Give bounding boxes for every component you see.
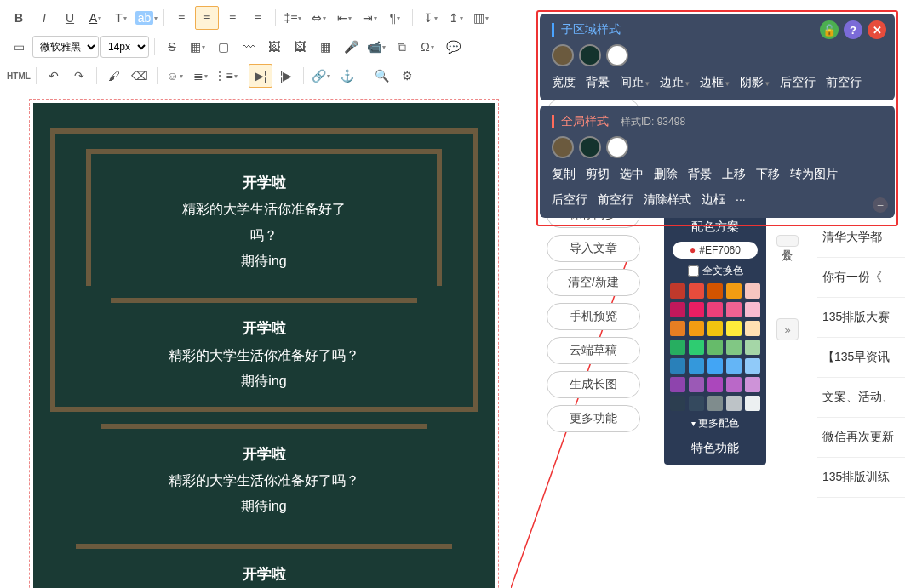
side-button-4[interactable]: 导入文章 (547, 235, 640, 262)
article-list-item[interactable]: 你有一份《 (817, 258, 905, 298)
block-line[interactable]: 吗？ (112, 223, 416, 248)
side-button-9[interactable]: 更多功能 (547, 405, 640, 432)
color-swatch[interactable] (726, 340, 742, 355)
color-swatch[interactable] (726, 321, 742, 336)
color-swatch[interactable] (726, 358, 742, 374)
color-swatch[interactable] (707, 302, 723, 317)
table-button[interactable]: ▦ (186, 35, 209, 59)
block-title[interactable]: 开学啦 (50, 561, 478, 588)
color-swatch[interactable] (745, 283, 760, 299)
block-line[interactable]: 期待ing (112, 248, 416, 274)
ordered-list-button[interactable]: ≣ (188, 64, 212, 88)
multi-image-button[interactable]: 🖾 (288, 35, 312, 59)
popover-action[interactable]: 转为图片 (790, 167, 838, 182)
align-center-button[interactable]: ≡ (195, 6, 219, 30)
color-swatch[interactable] (707, 321, 723, 336)
block-line[interactable]: 期待ing (86, 368, 442, 394)
divider-button[interactable]: 〰 (237, 35, 261, 59)
block-line[interactable]: 精彩的大学生活你准备好了吗？ (50, 468, 478, 494)
content-frame-1[interactable]: 开学啦 精彩的大学生活你准备好了 吗？ 期待ing 开学啦 精彩的大学生活你准备… (50, 128, 478, 412)
align-justify-button[interactable]: ≡ (246, 6, 270, 30)
color-swatch[interactable] (689, 358, 704, 374)
close-icon[interactable]: ✕ (868, 20, 886, 39)
font-size-select[interactable]: 14px (100, 36, 149, 58)
color-swatch[interactable] (707, 358, 723, 374)
color-circle[interactable] (606, 44, 628, 66)
color-swatch[interactable] (726, 283, 742, 299)
image-button[interactable]: 🖼 (262, 35, 286, 59)
popover-action[interactable]: 清除样式 (644, 192, 691, 208)
color-swatch[interactable] (689, 396, 704, 411)
canvas[interactable]: 开学啦 精彩的大学生活你准备好了 吗？ 期待ing 开学啦 精彩的大学生活你准备… (33, 103, 495, 588)
color-swatch[interactable] (689, 340, 704, 355)
color-swatch[interactable] (707, 396, 723, 411)
block-title[interactable]: 开学啦 (50, 441, 478, 468)
color-swatch[interactable] (745, 302, 760, 317)
link-button[interactable]: 🔗 (309, 64, 333, 88)
html-source-button[interactable]: HTML (7, 64, 31, 88)
fulltext-checkbox-input[interactable] (688, 265, 699, 277)
color-swatch[interactable] (689, 283, 704, 299)
gallery-button[interactable]: ▦ (313, 35, 337, 59)
comment-button[interactable]: 💬 (441, 35, 465, 59)
bold-button[interactable]: B (7, 6, 31, 30)
popover-action[interactable]: 前空行 (598, 192, 633, 208)
help-icon[interactable]: ? (844, 20, 862, 39)
block-line[interactable]: 期待ing (50, 494, 478, 519)
article-list-item[interactable]: 135排版大赛 (817, 298, 905, 338)
underline-button[interactable]: U (58, 6, 82, 30)
color-swatch[interactable] (670, 396, 685, 411)
popover-action[interactable]: 边框 (700, 75, 730, 90)
code-button[interactable]: ⧉ (390, 35, 414, 59)
color-swatch[interactable] (670, 321, 685, 336)
paragraph-indent-button[interactable]: ¶ (383, 6, 407, 30)
play-marker-button[interactable]: ▶¦ (249, 64, 272, 88)
popover-action[interactable]: 剪切 (586, 167, 610, 182)
color-hex-input[interactable]: ● #EF7060 (673, 242, 758, 259)
color-circle[interactable] (579, 44, 601, 66)
italic-button[interactable]: I (32, 6, 56, 30)
popover-action[interactable]: 删除 (654, 167, 678, 182)
color-swatch[interactable] (745, 321, 760, 336)
fulltext-recolor-checkbox[interactable]: 全文换色 (669, 264, 761, 278)
popover-action[interactable]: 宽度 (552, 75, 576, 90)
color-swatch[interactable] (726, 377, 742, 392)
color-swatch[interactable] (745, 358, 760, 374)
color-swatch[interactable] (745, 396, 760, 411)
settings-button[interactable]: ⚙ (395, 64, 419, 88)
color-swatch[interactable] (707, 283, 723, 299)
block-line[interactable]: 精彩的大学生活你准备好了 (112, 197, 416, 222)
unordered-list-button[interactable]: ⋮≡ (214, 64, 238, 88)
columns-button[interactable]: ▥ (469, 6, 493, 30)
block-line[interactable]: 精彩的大学生活你准备好了吗？ (86, 343, 442, 368)
align-right-button[interactable]: ≡ (221, 6, 244, 30)
strikethrough-button[interactable]: S (160, 35, 184, 59)
popover-action[interactable]: 选中 (620, 167, 644, 182)
new-doc-button[interactable]: ▭ (7, 35, 31, 59)
popover-action[interactable]: 背景 (688, 167, 712, 182)
canvas-selection[interactable]: 开学啦 精彩的大学生活你准备好了 吗？ 期待ing 开学啦 精彩的大学生活你准备… (29, 99, 499, 588)
color-swatch[interactable] (707, 377, 723, 392)
undo-button[interactable]: ↶ (42, 64, 66, 88)
highlight-button[interactable]: ab (135, 6, 158, 30)
color-swatch[interactable] (689, 302, 704, 317)
color-swatch[interactable] (707, 340, 723, 355)
video-button[interactable]: 📹 (364, 35, 388, 59)
color-circle[interactable] (579, 136, 601, 158)
color-swatch[interactable] (745, 377, 760, 392)
content-frame-2[interactable]: 开学啦 精彩的大学生活你准备好了 吗？ 期待ing (86, 149, 442, 286)
indent-right-button[interactable]: ⇥ (358, 6, 381, 30)
minimize-icon[interactable]: – (873, 197, 888, 213)
redo-button[interactable]: ↷ (67, 64, 91, 88)
insert-marker-button[interactable]: ¦▶ (274, 64, 298, 88)
side-button-8[interactable]: 生成长图 (547, 371, 640, 398)
text-style-button[interactable]: T (109, 6, 133, 30)
popover-action[interactable]: 后空行 (780, 75, 816, 90)
color-swatch[interactable] (670, 302, 685, 317)
font-family-select[interactable]: 微软雅黑 (32, 36, 99, 58)
color-swatch[interactable] (689, 377, 704, 392)
color-swatch[interactable] (670, 283, 685, 299)
format-brush-button[interactable]: 🖌 (102, 64, 126, 88)
color-swatch[interactable] (689, 321, 704, 336)
unlock-icon[interactable]: 🔓 (820, 20, 839, 39)
